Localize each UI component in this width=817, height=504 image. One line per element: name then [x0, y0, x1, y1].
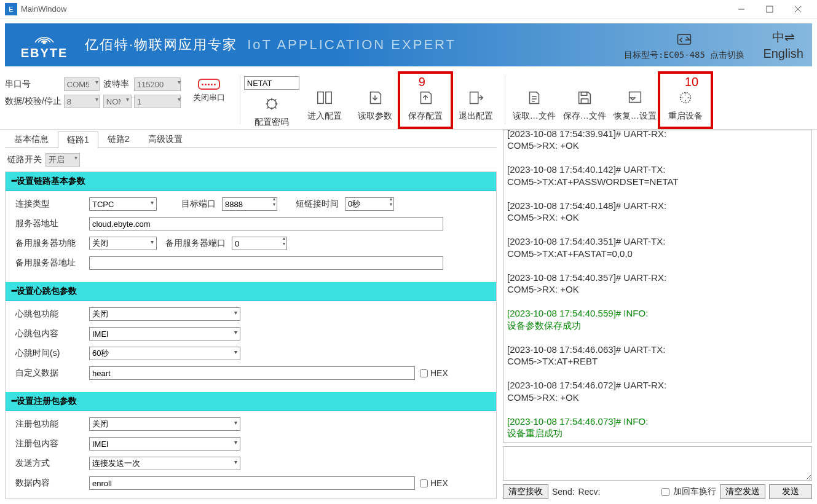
minimize-button[interactable]	[727, 0, 756, 18]
bak-port-input[interactable]	[232, 237, 287, 250]
tabbar: 基本信息 链路1 链路2 高级设置	[5, 131, 497, 148]
read-file-button[interactable]: 读取…文件	[509, 75, 559, 124]
clear-rx-button[interactable]: 清空接收	[503, 484, 548, 499]
log-line	[507, 403, 808, 415]
bak-addr-input[interactable]	[89, 256, 443, 270]
language-button[interactable]: 中⇌ English	[763, 29, 803, 61]
log-line: [2023-10-08 17:54:40.351]# UART-TX:	[507, 235, 808, 248]
recv-count-label: Recv:	[578, 487, 601, 497]
log-line	[507, 368, 808, 380]
parity-select[interactable]	[103, 95, 132, 108]
conn-type-select[interactable]	[89, 197, 157, 211]
hb-time-select[interactable]	[89, 347, 240, 360]
data-content-label: 数据内容	[15, 478, 89, 489]
marker-10: 10	[685, 75, 698, 89]
custom-input[interactable]	[89, 366, 415, 380]
svg-rect-8	[629, 92, 641, 103]
send-button[interactable]: 发送	[769, 484, 812, 499]
tab-link1[interactable]: 链路1	[58, 132, 98, 148]
section-heartbeat: 设置心跳包参数	[6, 282, 496, 301]
log-line: [2023-10-08 17:54:39.941]# UART-RX:	[507, 130, 808, 140]
hex-label-2: HEX	[430, 478, 448, 488]
close-button[interactable]	[784, 0, 812, 18]
reg-content-select[interactable]	[89, 437, 240, 451]
reg-func-select[interactable]	[89, 417, 240, 431]
exit-config-button[interactable]: 退出配置	[451, 75, 501, 124]
save-config-button[interactable]: 9 保存配置	[400, 75, 451, 124]
svg-point-9	[680, 93, 690, 103]
restore-button[interactable]: 恢复…设置	[610, 75, 660, 124]
serial-port-icon	[198, 79, 220, 90]
short-time-label: 短链接时间	[296, 199, 339, 210]
log-line	[507, 296, 808, 308]
target-port-label: 目标端口	[181, 199, 216, 210]
server-input[interactable]	[89, 217, 443, 230]
port-label: 串口号	[5, 79, 61, 90]
reg-content-label: 注册包内容	[15, 438, 89, 449]
link-switch-select[interactable]	[45, 153, 80, 167]
svg-rect-5	[326, 92, 331, 104]
svg-point-1	[43, 41, 45, 44]
form-scroll[interactable]: 设置链路基本参数 连接类型 目标端口 短链接时间 服务器地址 备用服务器功能	[5, 171, 497, 499]
port-select[interactable]	[64, 77, 100, 91]
crlf-label: 加回车换行	[673, 486, 716, 497]
log-line: COM5->RX: +OK	[507, 140, 808, 152]
svg-rect-6	[581, 92, 586, 96]
hb-content-select[interactable]	[89, 327, 240, 341]
tab-link2[interactable]: 链路2	[98, 131, 139, 148]
send-mode-label: 发送方式	[15, 458, 89, 469]
target-model-button[interactable]: 目标型号:EC05-485 点击切换	[624, 31, 744, 61]
header: EBYTE 亿佰特·物联网应用专家 IoT APPLICATION EXPERT…	[5, 23, 812, 66]
log-line: [2023-10-08 17:54:40.357]# UART-RX:	[507, 272, 808, 284]
log-line: COM5->TX:AT+FASTAT=0,0,0	[507, 248, 808, 260]
slogan-en: IoT APPLICATION EXPERT	[247, 37, 456, 53]
short-time-input[interactable]	[345, 197, 394, 211]
svg-rect-7	[581, 99, 588, 104]
databits-select[interactable]	[64, 95, 100, 108]
svg-rect-0	[767, 6, 773, 12]
reboot-button[interactable]: 10 重启设备	[660, 75, 711, 124]
hb-func-select[interactable]	[89, 307, 240, 321]
close-port-button[interactable]: 关闭串口	[193, 79, 225, 103]
hb-func-label: 心跳包功能	[15, 309, 89, 320]
data-content-input[interactable]	[89, 476, 415, 490]
log-line	[507, 331, 808, 344]
hex-label: HEX	[430, 368, 448, 378]
log-line: [2023-10-08 17:54:46.073]# INFO:	[507, 415, 808, 428]
marker-9: 9	[419, 75, 425, 89]
tab-basic[interactable]: 基本信息	[5, 131, 58, 148]
log-line: [2023-10-08 17:54:46.063]# UART-TX:	[507, 344, 808, 356]
log-line: COM5->TX:AT+REBT	[507, 355, 808, 368]
hb-content-label: 心跳包内容	[15, 328, 89, 339]
crlf-checkbox[interactable]	[661, 488, 669, 496]
log-panel[interactable]: [2023-10-08 17:54:39.935]# UART-TX:COM5-…	[503, 130, 812, 443]
baud-label: 波特率	[103, 79, 132, 90]
target-port-input[interactable]	[222, 197, 277, 211]
config-password-input[interactable]	[244, 76, 299, 90]
save-file-button[interactable]: 保存…文件	[559, 75, 610, 124]
bak-port-label: 备用服务器端口	[165, 238, 226, 249]
toolbar: 串口号 波特率 数据/校验/停止 关闭串口 配置密码 进入配置 读取参数 9 保…	[0, 71, 817, 130]
stopbits-select[interactable]	[134, 95, 181, 108]
enter-config-button[interactable]: 进入配置	[299, 75, 350, 124]
window-title: MainWindow	[21, 4, 66, 14]
read-params-button[interactable]: 读取参数	[350, 75, 400, 124]
tab-advanced[interactable]: 高级设置	[139, 131, 192, 148]
hex-checkbox-2[interactable]	[420, 479, 428, 487]
hb-time-label: 心跳时间(s)	[15, 348, 89, 359]
link-switch-label: 链路开关	[7, 154, 42, 165]
clear-tx-button[interactable]: 清空发送	[720, 484, 765, 499]
baud-select[interactable]	[134, 77, 181, 91]
app-icon: E	[5, 3, 17, 15]
maximize-button[interactable]	[756, 0, 784, 18]
section-basic: 设置链路基本参数	[6, 172, 496, 191]
frame-label: 数据/校验/停止	[5, 96, 61, 107]
send-textarea[interactable]	[503, 446, 812, 481]
bak-func-select[interactable]	[89, 237, 157, 250]
log-line: COM5->RX: +OK	[507, 392, 808, 404]
hex-checkbox[interactable]	[420, 369, 428, 377]
config-password-button[interactable]: 配置密码	[255, 95, 289, 130]
server-label: 服务器地址	[15, 218, 89, 229]
send-mode-select[interactable]	[89, 457, 240, 470]
titlebar: E MainWindow	[0, 0, 817, 18]
